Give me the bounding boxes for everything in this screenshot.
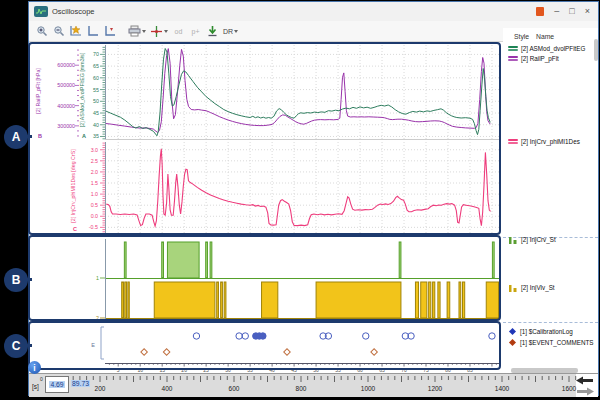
x-axis: 510152025303540455055606570758085 bbox=[105, 363, 499, 373]
dr-menu-button[interactable]: DR bbox=[223, 24, 238, 39]
window-title: Oscilloscope bbox=[52, 7, 95, 16]
svg-text:[2] RailP_pFlt [hPa]: [2] RailP_pFlt [hPa] bbox=[35, 68, 41, 114]
svg-text:1400: 1400 bbox=[495, 385, 510, 392]
legend-item--1-calibrationlog[interactable]: [1] $CalibrationLog bbox=[508, 327, 573, 336]
analog-chart-injection-angle[interactable] bbox=[105, 142, 499, 234]
zoom-in-button[interactable] bbox=[35, 24, 48, 39]
svg-text:1: 1 bbox=[96, 275, 99, 281]
svg-text:200: 200 bbox=[95, 385, 106, 392]
legend-item-label: [2] InjVlv_St bbox=[521, 284, 555, 291]
step-back-icon bbox=[576, 377, 593, 385]
line-style-icon bbox=[508, 46, 518, 52]
y-axes-column: [2] RailP_pFlt [hPa]B3000004000005000006… bbox=[29, 45, 105, 365]
time-selection-box[interactable]: 4.69 bbox=[45, 376, 69, 393]
svg-text:[2] ASMod_dvolPFltEG [mm3/s]: [2] ASMod_dvolPFltEG [mm3/s] bbox=[79, 52, 85, 127]
svg-text:B: B bbox=[38, 133, 42, 139]
svg-text:E: E bbox=[91, 342, 95, 348]
zoom-out-button[interactable] bbox=[52, 24, 65, 39]
svg-text:A: A bbox=[82, 133, 86, 139]
dr-menu-label: DR bbox=[223, 28, 233, 35]
legend-header-name[interactable]: Name bbox=[536, 33, 554, 40]
svg-text:[2] InjCrv_phiMI1Des [deg CrS]: [2] InjCrv_phiMI1Des [deg CrS] bbox=[70, 149, 76, 223]
legend-header-style[interactable]: Style bbox=[514, 33, 529, 40]
legend-item-label: [1] $EVENT_COMMENTS bbox=[520, 339, 593, 346]
svg-text:2.5: 2.5 bbox=[91, 158, 98, 164]
svg-text:50: 50 bbox=[93, 98, 99, 104]
svg-text:C: C bbox=[73, 226, 77, 232]
annotation-badge-a: A bbox=[4, 125, 28, 149]
svg-text:1000: 1000 bbox=[361, 385, 376, 392]
legend-item--2-injcrv-phimi1des[interactable]: [2] InjCrv_phiMI1Des bbox=[508, 137, 580, 146]
app-badge-icon bbox=[536, 7, 544, 16]
time-ruler[interactable]: 2004006008001000120014001600 bbox=[29, 374, 599, 397]
time-origin-label: 0 bbox=[40, 376, 43, 382]
legend-item--2-injvlv-st[interactable]: [2] InjVlv_St bbox=[508, 283, 555, 292]
axis-button[interactable] bbox=[86, 24, 99, 39]
svg-text:2: 2 bbox=[96, 315, 99, 321]
svg-text:65: 65 bbox=[93, 63, 99, 69]
screenshot-root: Oscilloscope – □ × bbox=[0, 0, 600, 400]
svg-text:800: 800 bbox=[296, 385, 307, 392]
delta-point-button[interactable]: p+ bbox=[189, 24, 202, 39]
svg-text:1.5: 1.5 bbox=[91, 180, 98, 186]
svg-text:1.0: 1.0 bbox=[91, 191, 98, 197]
analog-chart-pressure[interactable] bbox=[105, 45, 499, 140]
oscilloscope-app-icon bbox=[34, 6, 48, 17]
legend-item-label: [2] ASMod_dvolPFltEG bbox=[521, 45, 585, 52]
legend-item-label: [1] $CalibrationLog bbox=[520, 328, 573, 335]
export-button[interactable] bbox=[206, 24, 219, 39]
step-style-icon bbox=[508, 235, 518, 245]
svg-text:45: 45 bbox=[93, 110, 99, 116]
legend-item--2-injcrv-st[interactable]: [2] InjCrv_St bbox=[508, 235, 556, 244]
time-navigation-bar[interactable]: 2004006008001000120014001600 [s] 0 4.69 … bbox=[29, 373, 598, 397]
svg-text:35: 35 bbox=[93, 133, 99, 139]
svg-text:0.0: 0.0 bbox=[91, 213, 98, 219]
step-style-icon bbox=[508, 283, 518, 293]
close-button[interactable]: × bbox=[585, 7, 590, 16]
maximize-button[interactable]: □ bbox=[569, 7, 574, 16]
print-caret-icon bbox=[142, 30, 146, 33]
svg-text:600: 600 bbox=[229, 385, 240, 392]
svg-text:1200: 1200 bbox=[428, 385, 443, 392]
digital-chart-injection-states[interactable] bbox=[105, 239, 499, 321]
legend-item-label: [2] InjCrv_phiMI1Des bbox=[521, 138, 580, 145]
legend-item-label: [2] InjCrv_St bbox=[521, 236, 556, 243]
signal-legend-panel: Style Name [2] ASMod_dvolPFltEG[2] RailP… bbox=[503, 28, 598, 373]
print-button[interactable] bbox=[128, 24, 146, 39]
legend-item--2-railp-pflt[interactable]: [2] RailP_pFlt bbox=[508, 54, 559, 63]
svg-text:-0.5: -0.5 bbox=[89, 224, 98, 230]
time-step-arrows[interactable] bbox=[574, 375, 596, 397]
svg-text:500000: 500000 bbox=[57, 82, 75, 88]
svg-text:3.0: 3.0 bbox=[91, 147, 98, 153]
selection-start-value: 4.69 bbox=[49, 381, 64, 388]
axis-dropdown-button[interactable] bbox=[103, 24, 116, 39]
time-unit-label: [s] bbox=[32, 383, 39, 390]
svg-text:70: 70 bbox=[93, 51, 99, 57]
cursor-caret-icon bbox=[164, 30, 168, 33]
selection-end-value: 89.73 bbox=[71, 380, 90, 387]
legend-item--2-asmod-dvolpflteg[interactable]: [2] ASMod_dvolPFltEG bbox=[508, 44, 585, 53]
delta-value-button[interactable]: od bbox=[172, 24, 185, 39]
diamond-style-icon bbox=[509, 328, 516, 335]
measure-cursor-button[interactable] bbox=[150, 24, 168, 39]
titlebar[interactable]: Oscilloscope – □ × bbox=[29, 2, 598, 21]
svg-text:300000: 300000 bbox=[57, 123, 75, 129]
legend-item--1-event-comments[interactable]: [1] $EVENT_COMMENTS bbox=[508, 338, 593, 347]
oscilloscope-window: Oscilloscope – □ × bbox=[28, 1, 599, 396]
legend-vertical-scrollbar[interactable] bbox=[594, 39, 598, 61]
panel-separator bbox=[503, 322, 598, 323]
svg-text:600000: 600000 bbox=[57, 62, 75, 68]
svg-text:400000: 400000 bbox=[57, 103, 75, 109]
dr-caret-icon bbox=[234, 30, 238, 33]
svg-text:400: 400 bbox=[162, 385, 173, 392]
diamond-style-icon bbox=[509, 339, 516, 346]
fit-view-button[interactable] bbox=[69, 24, 82, 39]
annotation-badge-c: C bbox=[4, 334, 28, 358]
event-chart[interactable] bbox=[105, 323, 499, 363]
step-forward-icon bbox=[577, 388, 594, 396]
svg-text:60: 60 bbox=[93, 75, 99, 81]
svg-text:2.0: 2.0 bbox=[91, 169, 98, 175]
legend-item-label: [2] RailP_pFlt bbox=[521, 55, 559, 62]
minimize-button[interactable]: – bbox=[554, 7, 559, 16]
line-style-icon bbox=[508, 139, 518, 145]
